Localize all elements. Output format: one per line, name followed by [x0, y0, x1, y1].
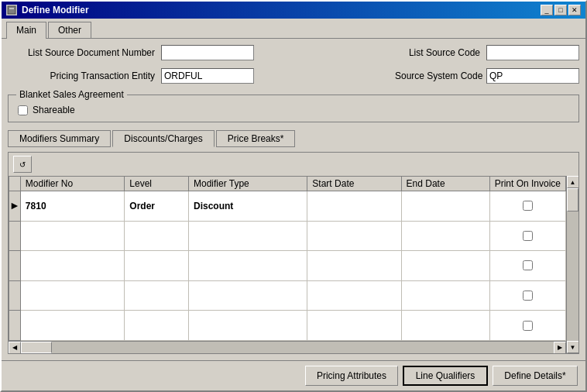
cell-end-date[interactable]: [401, 191, 489, 222]
close-button[interactable]: ✕: [568, 5, 581, 15]
cell-level[interactable]: Order: [125, 191, 189, 222]
content-area: List Source Document Number List Source …: [2, 38, 585, 360]
table-row[interactable]: [9, 221, 566, 251]
list-source-doc-input[interactable]: [161, 45, 254, 60]
cell-print-on-invoice[interactable]: [489, 251, 565, 281]
cell-print-on-invoice[interactable]: [489, 311, 565, 341]
table-wrapper: Modifier No Level Modifier Type Start Da…: [9, 176, 578, 353]
shareable-checkbox[interactable]: [18, 105, 28, 115]
scroll-thumb-horizontal[interactable]: [21, 342, 52, 353]
cell-modifier-type[interactable]: [188, 311, 307, 341]
cell-level[interactable]: [125, 221, 189, 251]
scroll-up-button[interactable]: ▲: [567, 176, 579, 188]
scroll-down-button[interactable]: ▼: [567, 341, 579, 353]
table-row[interactable]: [9, 251, 566, 281]
cell-end-date[interactable]: [401, 311, 489, 341]
title-bar-left: Define Modifier: [6, 5, 89, 15]
table-row[interactable]: [9, 311, 566, 341]
pricing-transaction-input[interactable]: [161, 68, 254, 84]
cell-modifier-no[interactable]: [20, 251, 124, 281]
scroll-track-vertical[interactable]: [567, 188, 578, 341]
cell-start-date[interactable]: [307, 251, 401, 281]
list-source-code-input[interactable]: [486, 45, 579, 60]
svg-rect-1: [9, 8, 14, 9]
scroll-thumb-vertical[interactable]: [567, 188, 578, 211]
define-details-button[interactable]: Define Details*: [493, 366, 578, 386]
tab-price-breaks[interactable]: Price Breaks*: [216, 130, 296, 147]
scroll-left-button[interactable]: ◀: [9, 342, 21, 354]
cell-print-on-invoice[interactable]: [489, 221, 565, 251]
refresh-button[interactable]: ↺: [13, 156, 32, 173]
print-on-invoice-checkbox-2[interactable]: [523, 231, 533, 241]
scroll-right-button[interactable]: ▶: [554, 342, 566, 354]
cell-modifier-no[interactable]: [20, 311, 124, 341]
pricing-attributes-button[interactable]: Pricing Attributes: [305, 366, 398, 386]
svg-rect-0: [8, 6, 15, 14]
col-modifier-type-header: Modifier Type: [188, 177, 307, 191]
refresh-icon: ↺: [19, 160, 26, 169]
bottom-bar: Pricing Attributes Line Qualifiers Defin…: [2, 360, 585, 390]
main-tab-bar: Main Other: [2, 19, 585, 38]
print-on-invoice-checkbox-5[interactable]: [523, 321, 533, 331]
pricing-transaction-label: Pricing Transaction Entity: [8, 70, 155, 81]
horizontal-scrollbar[interactable]: ◀ ▶: [9, 341, 566, 353]
scroll-track-horizontal[interactable]: [21, 342, 554, 353]
cell-start-date[interactable]: [307, 221, 401, 251]
cell-end-date[interactable]: [401, 221, 489, 251]
cell-print-on-invoice[interactable]: [489, 191, 565, 222]
minimize-button[interactable]: _: [541, 5, 553, 15]
row-marker-cell: [9, 311, 21, 341]
restore-button[interactable]: □: [554, 5, 567, 15]
line-qualifiers-button[interactable]: Line Qualifiers: [403, 366, 488, 386]
window-icon: [6, 5, 17, 15]
table-row[interactable]: [9, 280, 566, 311]
row-marker-cell: [9, 251, 21, 281]
tab-main[interactable]: Main: [6, 22, 46, 39]
cell-print-on-invoice[interactable]: [489, 280, 565, 311]
tab-discounts-charges[interactable]: Discounts/Charges: [112, 130, 214, 147]
blanket-sales-legend: Blanket Sales Agreement: [16, 89, 127, 100]
cell-modifier-type[interactable]: [188, 251, 307, 281]
title-buttons: _ □ ✕: [541, 5, 581, 15]
print-on-invoice-checkbox-1[interactable]: [523, 201, 533, 211]
cell-level[interactable]: [125, 251, 189, 281]
col-marker-header: [9, 177, 21, 191]
main-window: Define Modifier _ □ ✕ Main Other List So…: [0, 0, 587, 392]
cell-modifier-type[interactable]: [188, 280, 307, 311]
source-system-code-label: Source System Code: [395, 70, 480, 81]
row-marker-cell: [9, 221, 21, 251]
cell-end-date[interactable]: [401, 251, 489, 281]
cell-modifier-no[interactable]: 7810: [20, 191, 124, 222]
cell-start-date[interactable]: [307, 311, 401, 341]
blanket-sales-group: Blanket Sales Agreement Shareable: [8, 95, 579, 122]
cell-modifier-type[interactable]: [188, 221, 307, 251]
cell-end-date[interactable]: [401, 280, 489, 311]
cell-start-date[interactable]: [307, 280, 401, 311]
cell-level[interactable]: [125, 280, 189, 311]
row-active-indicator: ►: [9, 199, 20, 211]
shareable-label: Shareable: [33, 105, 75, 115]
cell-start-date[interactable]: [307, 191, 401, 222]
source-system-code-input[interactable]: [486, 68, 579, 84]
table-container: ↺ Modifier No Level: [8, 152, 579, 354]
vertical-scrollbar[interactable]: ▲ ▼: [566, 176, 578, 353]
cell-level[interactable]: [125, 311, 189, 341]
table-row[interactable]: ► 7810 Order Discount: [9, 191, 566, 222]
row-marker-cell: ►: [9, 191, 21, 222]
col-modifier-no-header: Modifier No: [20, 177, 124, 191]
data-table: Modifier No Level Modifier Type Start Da…: [9, 176, 566, 341]
window-title: Define Modifier: [22, 5, 89, 15]
table-toolbar: ↺: [9, 153, 578, 176]
row-marker-cell: [9, 280, 21, 311]
col-end-date-header: End Date: [401, 177, 489, 191]
cell-modifier-type[interactable]: Discount: [188, 191, 307, 222]
form-row-1: List Source Document Number List Source …: [8, 45, 579, 60]
table-scroll-area: Modifier No Level Modifier Type Start Da…: [9, 176, 566, 353]
list-source-code-label: List Source Code: [395, 47, 480, 58]
tab-modifiers-summary[interactable]: Modifiers Summary: [8, 130, 111, 147]
print-on-invoice-checkbox-3[interactable]: [523, 260, 533, 270]
cell-modifier-no[interactable]: [20, 280, 124, 311]
tab-other[interactable]: Other: [48, 22, 91, 38]
print-on-invoice-checkbox-4[interactable]: [523, 291, 533, 301]
cell-modifier-no[interactable]: [20, 221, 124, 251]
